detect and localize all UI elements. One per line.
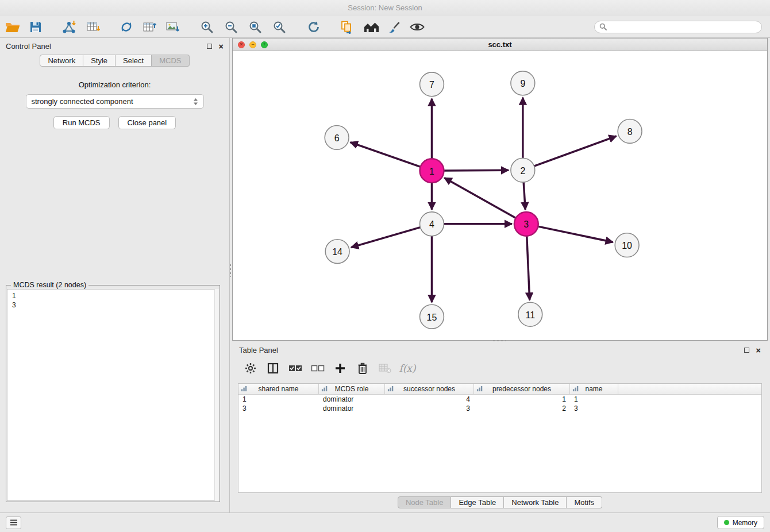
zoom-selected-icon[interactable]: [271, 19, 287, 35]
close-panel-icon[interactable]: [218, 42, 224, 51]
table-row[interactable]: 3dominator323: [238, 404, 761, 413]
graph-node-9[interactable]: 9: [511, 71, 535, 95]
column-header-name[interactable]: name: [570, 384, 618, 394]
import-table-icon[interactable]: [85, 19, 101, 35]
graph-node-11[interactable]: 11: [518, 302, 542, 326]
tab-network-table[interactable]: Network Table: [504, 496, 567, 508]
svg-text:9: 9: [520, 79, 525, 88]
graph-node-8[interactable]: 8: [618, 119, 642, 144]
cell-mcds-role: dominator: [319, 395, 385, 404]
close-window-icon[interactable]: [238, 41, 245, 48]
close-panel-button[interactable]: Close panel: [118, 116, 176, 129]
function-builder-icon[interactable]: f(x): [401, 361, 414, 375]
result-line: 3: [12, 300, 214, 310]
copy-style-icon[interactable]: [339, 19, 355, 35]
float-panel-icon[interactable]: [207, 44, 212, 49]
maximize-window-icon[interactable]: [261, 41, 268, 48]
float-table-panel-icon[interactable]: [744, 348, 749, 353]
memory-label: Memory: [733, 519, 757, 527]
tab-style[interactable]: Style: [83, 55, 116, 67]
table-row[interactable]: 1dominator411: [238, 395, 761, 404]
cell-predecessor-nodes: 2: [474, 404, 570, 413]
tab-mcds[interactable]: MCDS: [152, 55, 189, 67]
export-image-icon[interactable]: [164, 19, 180, 35]
show-hide-eye-icon[interactable]: [409, 19, 425, 35]
network-home-icon[interactable]: [363, 19, 379, 35]
vertical-splitter-handle[interactable]: [229, 263, 232, 277]
graph-node-10[interactable]: 10: [615, 233, 639, 257]
deselect-all-columns-icon[interactable]: [311, 361, 325, 375]
graph-node-7[interactable]: 7: [420, 72, 444, 97]
graph-node-3[interactable]: 3: [514, 212, 538, 236]
delete-column-icon[interactable]: [356, 361, 369, 375]
show-columns-icon[interactable]: [266, 361, 280, 375]
search-input[interactable]: [610, 23, 757, 31]
sort-icon: [241, 385, 247, 392]
tab-edge-table[interactable]: Edge Table: [451, 496, 504, 508]
mcds-result-area[interactable]: 13: [7, 289, 219, 501]
zoom-fit-icon[interactable]: [247, 19, 263, 35]
graph-node-14[interactable]: 14: [325, 240, 349, 264]
column-header-successor-nodes[interactable]: successor nodes: [385, 384, 474, 394]
search-box[interactable]: [594, 21, 762, 33]
zoom-in-icon[interactable]: [199, 19, 215, 35]
style-brush-icon[interactable]: [386, 19, 402, 35]
panel-menu-button[interactable]: [6, 516, 21, 529]
svg-text:3: 3: [523, 219, 529, 229]
save-icon[interactable]: [28, 19, 44, 35]
open-folder-icon[interactable]: [5, 19, 21, 35]
table-panel: Table Panel: [232, 343, 768, 511]
select-all-columns-icon[interactable]: [288, 361, 302, 375]
cell-predecessor-nodes: 1: [474, 395, 570, 404]
graph-node-1[interactable]: 1: [420, 159, 444, 183]
svg-text:15: 15: [427, 313, 437, 322]
gear-icon[interactable]: [244, 361, 257, 375]
horizontal-splitter-handle[interactable]: [492, 340, 506, 342]
minimize-window-icon[interactable]: [249, 41, 256, 48]
search-icon: [599, 23, 607, 30]
graph-node-15[interactable]: 15: [420, 304, 444, 329]
dropdown-selected-value: strongly connected component: [32, 97, 133, 106]
zoom-out-icon[interactable]: [223, 19, 239, 35]
sort-icon: [476, 385, 483, 392]
column-header-predecessor-nodes[interactable]: predecessor nodes: [474, 384, 570, 394]
delete-table-icon[interactable]: [378, 361, 392, 375]
column-header-mcds-role[interactable]: MCDS role: [319, 384, 385, 394]
export-network-icon[interactable]: [118, 19, 134, 35]
graph-node-4[interactable]: 4: [420, 212, 444, 236]
memory-button[interactable]: Memory: [717, 516, 764, 529]
cell-mcds-role: dominator: [319, 404, 385, 413]
memory-indicator-dot: [724, 520, 729, 525]
graph-node-6[interactable]: 6: [325, 125, 349, 149]
export-table-icon[interactable]: [141, 19, 157, 35]
close-table-panel-icon[interactable]: [756, 346, 761, 354]
result-scrollbar[interactable]: [214, 289, 219, 501]
tab-network[interactable]: Network: [40, 55, 83, 67]
graph-edge-3-1[interactable]: [444, 178, 515, 218]
network-canvas[interactable]: 7968124314101511: [233, 51, 767, 340]
optimization-dropdown[interactable]: strongly connected component: [26, 94, 204, 109]
refresh-icon[interactable]: [306, 19, 322, 35]
graph-edge-3-10[interactable]: [538, 226, 613, 242]
graph-edge-3-11[interactable]: [527, 236, 530, 300]
tab-select[interactable]: Select: [116, 55, 152, 67]
sort-icon: [387, 385, 394, 392]
graph-edge-4-14[interactable]: [351, 228, 420, 248]
mcds-panel: Optimization criterion: strongly connect…: [0, 80, 229, 129]
graph-edge-1-6[interactable]: [351, 142, 421, 167]
table-panel-tabs: Node TableEdge TableNetwork TableMotifs: [232, 496, 768, 508]
tab-motifs[interactable]: Motifs: [567, 496, 602, 508]
result-line: 1: [12, 291, 214, 300]
column-header-shared-name[interactable]: shared name: [238, 384, 319, 394]
node-table: shared nameMCDS rolesuccessor nodesprede…: [238, 383, 762, 493]
tab-node-table[interactable]: Node Table: [398, 496, 452, 508]
control-panel-header: Control Panel: [0, 38, 229, 54]
graph-edge-2-3[interactable]: [523, 182, 525, 210]
table-body: 1dominator4113dominator323: [238, 395, 761, 413]
create-column-icon[interactable]: [333, 361, 347, 375]
graph-edge-2-8[interactable]: [534, 136, 616, 166]
import-network-icon[interactable]: [61, 19, 77, 35]
graph-edge-1-2[interactable]: [444, 170, 509, 171]
graph-node-2[interactable]: 2: [511, 158, 535, 182]
run-mcds-button[interactable]: Run MCDS: [53, 116, 110, 129]
